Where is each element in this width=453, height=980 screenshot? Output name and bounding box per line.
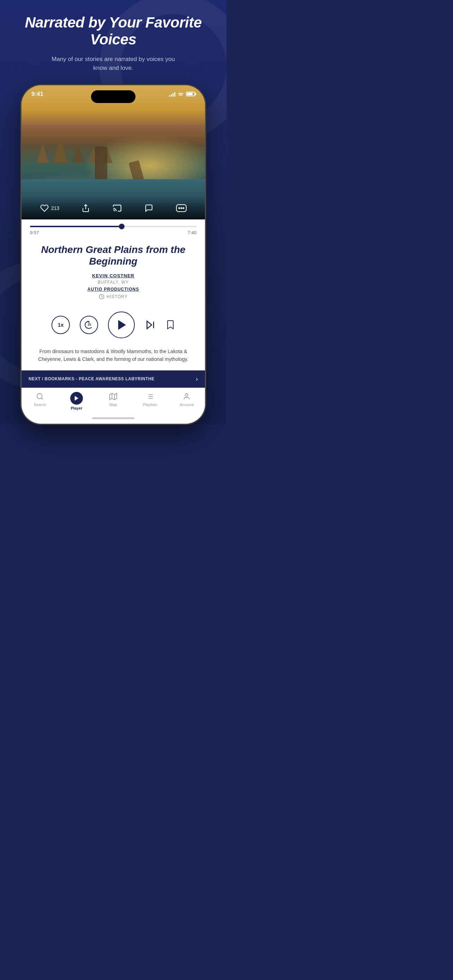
- play-button[interactable]: [108, 312, 135, 338]
- svg-point-4: [179, 207, 180, 208]
- svg-point-11: [37, 393, 42, 399]
- hero-subtitle: Many of our stories are narrated by voic…: [46, 55, 180, 73]
- svg-point-6: [183, 207, 184, 208]
- speed-button[interactable]: 1x: [51, 316, 70, 334]
- heart-icon: [40, 204, 49, 212]
- signal-bars-icon: [169, 92, 175, 97]
- time-labels: 9:57 7:40: [30, 230, 197, 235]
- hero-title: Narrated by Your Favorite Voices: [7, 14, 219, 48]
- player-tab-label: Player: [71, 406, 82, 410]
- dynamic-island: [91, 90, 135, 103]
- share-icon: [81, 204, 90, 213]
- like-count: 213: [51, 205, 59, 211]
- tab-player[interactable]: Player: [58, 392, 95, 410]
- svg-text:15: 15: [87, 323, 91, 326]
- history-label: HISTORY: [106, 294, 128, 299]
- next-track-arrow: ›: [196, 375, 198, 383]
- track-location: BUFFALY, WY: [32, 280, 194, 285]
- svg-marker-13: [75, 396, 79, 401]
- track-title: Northern Great Plains from the Beginning: [32, 244, 194, 267]
- progress-thumb: [119, 224, 124, 229]
- tab-bar: Search Player: [22, 388, 205, 413]
- rewind-button[interactable]: 15: [80, 316, 98, 334]
- transcript-icon: [144, 204, 154, 212]
- share-button[interactable]: [81, 204, 90, 213]
- map-tab-icon: [109, 392, 118, 401]
- track-history: HISTORY: [32, 294, 194, 299]
- skip-forward-icon: [145, 319, 156, 331]
- account-tab-icon: [182, 392, 191, 401]
- player-section: 9:57 7:40 Northern Great Plains from the…: [22, 220, 205, 424]
- map-tab-label: Map: [110, 402, 117, 407]
- home-indicator: [22, 413, 205, 424]
- time-remaining: 7:40: [188, 230, 197, 235]
- svg-point-23: [185, 393, 188, 396]
- rewind-icon: 15: [84, 320, 94, 330]
- track-info: Northern Great Plains from the Beginning…: [22, 237, 205, 304]
- speed-label: 1x: [58, 322, 64, 328]
- search-tab-icon: [35, 392, 45, 401]
- wifi-icon: [178, 92, 184, 97]
- tab-search[interactable]: Search: [22, 392, 58, 407]
- next-track-label: NEXT / BOOKMARKS - PEACE AWARENESS LABYR…: [29, 376, 154, 381]
- next-track-text: NEXT / BOOKMARKS - PEACE AWARENESS LABYR…: [29, 376, 154, 381]
- track-producer[interactable]: AUTIO PRODUCTIONS: [32, 287, 194, 292]
- status-icons: [169, 92, 195, 97]
- tab-map[interactable]: Map: [95, 392, 132, 407]
- search-tab-label: Search: [34, 402, 46, 407]
- next-track-bar[interactable]: NEXT / BOOKMARKS - PEACE AWARENESS LABYR…: [22, 371, 205, 388]
- play-icon: [118, 320, 126, 330]
- playlists-tab-icon: [145, 392, 154, 401]
- progress-container[interactable]: 9:57 7:40: [22, 220, 205, 235]
- more-button[interactable]: [176, 204, 187, 212]
- progress-bar[interactable]: [30, 226, 197, 227]
- cast-icon: [113, 204, 122, 213]
- svg-line-12: [41, 398, 43, 399]
- history-icon: [99, 294, 105, 299]
- phone-mockup: 9:41: [22, 85, 205, 424]
- playlists-tab-label: Playlists: [143, 402, 157, 407]
- cast-button[interactable]: [113, 204, 122, 213]
- phone-frame: 9:41: [22, 85, 205, 424]
- svg-point-5: [181, 207, 182, 208]
- player-tab-icon: [70, 392, 83, 405]
- home-bar: [92, 417, 134, 419]
- svg-marker-14: [110, 393, 117, 399]
- action-bar: 213: [22, 197, 205, 220]
- more-icon: [176, 204, 187, 212]
- bookmark-button[interactable]: [166, 320, 175, 330]
- bookmark-icon: [166, 320, 175, 330]
- tab-account[interactable]: Account: [168, 392, 205, 407]
- track-description: From dinosaurs to mastodons & Woolly Mam…: [22, 345, 205, 371]
- hero-section: Narrated by Your Favorite Voices Many of…: [0, 0, 227, 424]
- progress-fill: [30, 226, 122, 227]
- transcript-button[interactable]: [144, 204, 154, 212]
- account-tab-label: Account: [180, 402, 194, 407]
- battery-icon: [186, 92, 195, 96]
- skip-forward-button[interactable]: [145, 319, 156, 331]
- cover-image: 213: [22, 85, 205, 220]
- like-button[interactable]: 213: [40, 204, 59, 212]
- svg-marker-9: [147, 321, 152, 328]
- track-narrator[interactable]: KEVIN COSTNER: [32, 273, 194, 278]
- playback-controls: 1x 15: [22, 304, 205, 345]
- time-elapsed: 9:57: [30, 230, 39, 235]
- tab-playlists[interactable]: Playlists: [132, 392, 168, 407]
- status-time: 9:41: [32, 91, 43, 98]
